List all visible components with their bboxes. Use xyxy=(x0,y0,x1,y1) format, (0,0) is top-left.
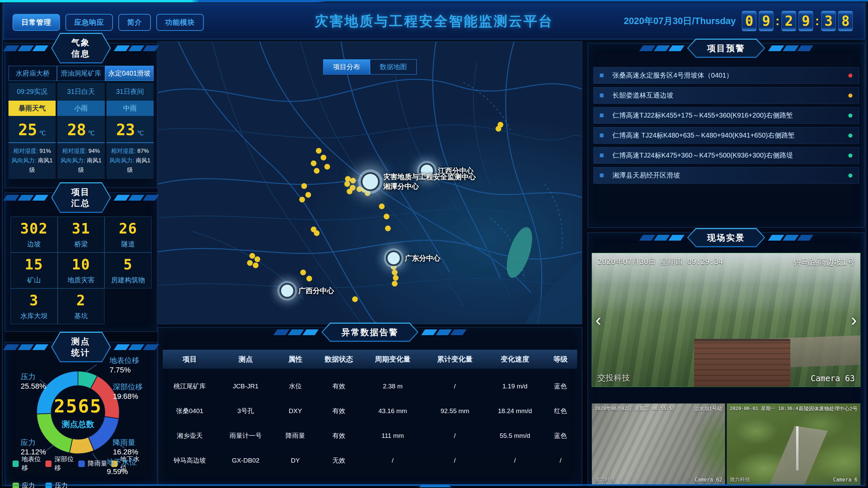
weather-condition: 暴雨天气 xyxy=(8,101,56,116)
alerts-table-row-1[interactable]: 桃江尾矿库JCB-JR1水位有效2.38 m/1.19 m/d蓝色 xyxy=(163,374,577,399)
project-point-marker[interactable] xyxy=(344,181,350,187)
warning-row-3[interactable]: 仁博高速 TJ24标K480+635～K480+940(K941+650)右侧路… xyxy=(593,127,859,144)
weather-tab-0[interactable]: 水府庙大桥 xyxy=(8,66,57,81)
alerts-cell: / xyxy=(486,457,544,464)
weather-humidity-wind: 相对湿度: 94%风向风力: 南风1级 xyxy=(57,142,104,179)
summary-item-水库大坝: 3水库大坝 xyxy=(11,288,58,324)
project-point-marker[interactable] xyxy=(307,276,312,281)
alerts-cell: / xyxy=(424,432,486,440)
alerts-table-row-2[interactable]: 张桑04013号孔DXY有效43.16 mm92.55 mm18.24 mm/d… xyxy=(163,399,577,423)
alerts-col-header-2: 属性 xyxy=(275,354,316,364)
thumbnail-2-timestamp: 2020-06-01 星期一 18:36:41 xyxy=(730,406,801,412)
warning-row-4[interactable]: 仁博高速TJ24标K475+360～K475+500(K936+300)右侧路堤 xyxy=(593,147,859,164)
camera-next-icon[interactable]: › xyxy=(851,311,857,329)
alerts-cell: 有效 xyxy=(316,382,361,391)
warning-bullet-icon xyxy=(600,114,604,117)
main-camera-view[interactable]: 2020年07月30日 星期四 09:29:34 钟马路高边坡1号 交投科技 C… xyxy=(592,253,861,387)
warning-bullet-icon xyxy=(600,154,604,157)
project-point-marker[interactable] xyxy=(320,155,326,160)
weather-tab-1[interactable]: 滑油洞尾矿库 xyxy=(57,66,105,81)
alerts-cell: 2.38 m xyxy=(362,383,424,390)
weather-temperature: 25℃ xyxy=(8,116,56,142)
nav-button-1[interactable]: 应急响应 xyxy=(65,14,113,31)
live-panel-header: 现场实景 xyxy=(588,229,864,246)
weather-condition: 中雨 xyxy=(106,101,154,116)
project-point-marker[interactable] xyxy=(350,178,356,183)
project-point-marker[interactable] xyxy=(314,168,319,174)
alerts-panel-title: 异常数据告警 xyxy=(322,324,417,341)
project-point-marker[interactable] xyxy=(314,230,319,236)
main-camera-title: 钟马路高边坡1号 xyxy=(793,257,855,267)
live-view-panel: 现场实景 2020年07月30日 星期四 09:29:34 钟马路高边坡1号 交… xyxy=(588,232,865,486)
warning-label: 张桑高速永定服务区4号滑坡体（0401） xyxy=(612,71,844,80)
camera-thumbnail-1[interactable]: 2020年06月02日 星期二 06:55:57 治水坝1号站 致力科技 Cam… xyxy=(592,403,725,485)
warning-bullet-icon xyxy=(600,74,604,77)
project-point-marker[interactable] xyxy=(305,192,311,198)
project-point-marker[interactable] xyxy=(311,161,316,166)
warning-row-0[interactable]: 张桑高速永定服务区4号滑坡体（0401） xyxy=(593,67,859,84)
project-point-marker[interactable] xyxy=(300,270,306,276)
alerts-cell: ZS0401-DB1 xyxy=(217,482,275,482)
legend-item-地表位移: 地表位移 xyxy=(13,455,45,472)
weather-tab-2[interactable]: 永定0401滑坡 xyxy=(105,66,154,81)
project-point-marker[interactable] xyxy=(383,214,389,220)
alerts-table-body[interactable]: 谭家山煤矿4号孔DXY有效10.12 mm15.975.46 mm/d橙色桃江尾… xyxy=(163,369,577,482)
top-accent-line xyxy=(0,0,868,2)
project-point-marker[interactable] xyxy=(254,257,260,262)
center-marker-2[interactable]: 广东分中心 xyxy=(386,250,401,266)
alerts-table-row-0[interactable]: 谭家山煤矿4号孔DXY有效10.12 mm15.975.46 mm/d橙色 xyxy=(163,369,577,374)
project-point-marker[interactable] xyxy=(392,270,397,276)
warning-bullet-icon xyxy=(600,94,604,97)
project-point-marker[interactable] xyxy=(249,253,255,259)
warning-row-1[interactable]: 长韶娄道林互通边坡 xyxy=(593,87,859,104)
project-point-marker[interactable] xyxy=(392,281,397,286)
weather-temperature: 28℃ xyxy=(57,116,104,142)
map-tab-1[interactable]: 数据地图 xyxy=(370,59,417,75)
project-point-marker[interactable] xyxy=(316,148,321,154)
project-point-marker[interactable] xyxy=(393,275,399,281)
weather-time: 09:29实况 xyxy=(8,83,56,101)
camera-prev-icon[interactable]: ‹ xyxy=(595,311,601,329)
alerts-cell: 桃江尾矿库 xyxy=(163,382,217,391)
alerts-table-row-3[interactable]: 湘乡壶天雨量计一号降雨量有效111 mm/55.5 mm/d蓝色 xyxy=(163,423,577,448)
project-point-marker[interactable] xyxy=(385,225,391,231)
bottom-tab-decoration xyxy=(419,485,451,487)
project-point-marker[interactable] xyxy=(347,189,353,195)
summary-item-桥梁: 31桥梁 xyxy=(58,217,105,252)
project-point-marker[interactable] xyxy=(253,262,258,268)
weather-column-0: 09:29实况暴雨天气25℃相对湿度: 91%风向风力: 南风1级 xyxy=(8,83,56,179)
project-point-marker[interactable] xyxy=(364,190,370,196)
project-point-marker[interactable] xyxy=(299,197,305,202)
center-marker-ring xyxy=(279,283,295,299)
alerts-cell: / xyxy=(424,457,486,464)
header-bar: 日常管理应急响应简介功能模块 灾害地质与工程安全智能监测云平台 2020年07月… xyxy=(3,3,865,39)
project-point-marker[interactable] xyxy=(352,296,358,302)
map-view-tabs: 项目分布数据地图 xyxy=(323,59,417,75)
center-marker-1[interactable]: 灾害地质与工程安全监测中心湘潭分中心 xyxy=(361,172,380,191)
legend-swatch xyxy=(45,461,52,467)
project-map[interactable]: 项目分布数据地图 江西分中心灾害地质与工程安全监测中心湘潭分中心广东分中心广西分… xyxy=(158,41,582,324)
project-point-marker[interactable] xyxy=(379,204,385,209)
thumbnail-2-brand: 致力科技 xyxy=(730,476,750,483)
alerts-cell: 无效 xyxy=(316,456,361,465)
nav-button-0[interactable]: 日常管理 xyxy=(13,14,60,31)
project-point-marker[interactable] xyxy=(301,183,307,189)
nav-button-2[interactable]: 简介 xyxy=(118,14,151,31)
warning-row-2[interactable]: 仁博高速TJ22标K455+175～K455+360(K916+200)右侧路堑 xyxy=(593,107,859,124)
camera-thumbnail-2[interactable]: 2020-06-01 星期一 18:36:41 茶陵固体废物处理中心2号 致力科… xyxy=(727,403,861,485)
alerts-table-row-4[interactable]: 钟马高边坡GX-DB02DY无效//// xyxy=(163,448,577,473)
legend-item-降雨量: 降雨量 xyxy=(78,455,111,472)
center-marker-3[interactable]: 广西分中心 xyxy=(279,283,295,299)
main-camera-id: Camera 63 xyxy=(811,374,855,383)
project-point-marker[interactable] xyxy=(495,126,501,131)
warning-row-5[interactable]: 湘潭县天易经开区滑坡 xyxy=(593,167,859,184)
alerts-cell: 92.55 mm xyxy=(424,407,486,415)
header-deco-right xyxy=(770,235,811,241)
project-point-marker[interactable] xyxy=(324,164,330,170)
project-point-marker[interactable] xyxy=(247,260,253,266)
alerts-table-row-5[interactable]: 张桑0401ZS0401-DB1DXY有效8.86 mm23.16mm3.83 … xyxy=(163,473,577,482)
warning-status-dot xyxy=(848,154,852,158)
nav-button-3[interactable]: 功能模块 xyxy=(156,14,204,31)
map-tab-0[interactable]: 项目分布 xyxy=(323,59,370,75)
donut-label-地表位移: 地表位移7.75% xyxy=(110,356,139,374)
